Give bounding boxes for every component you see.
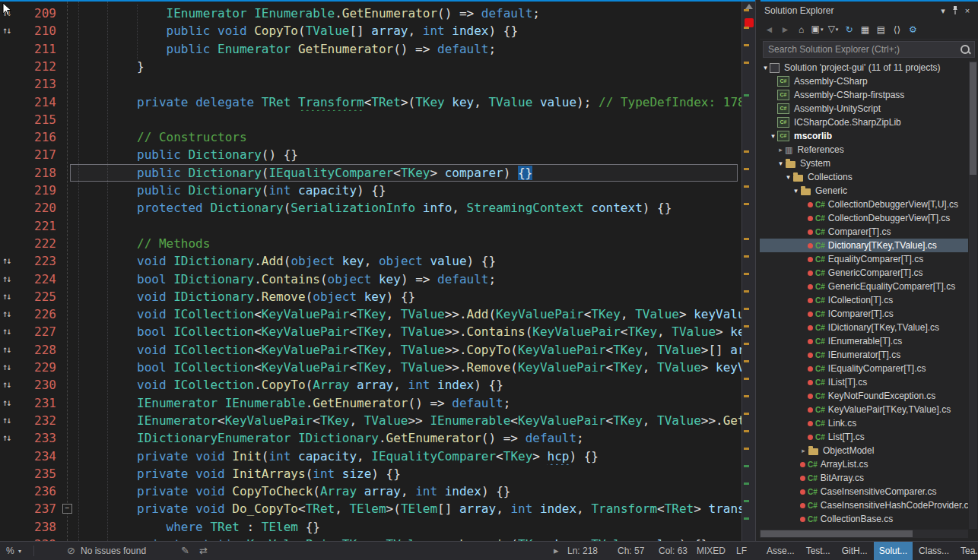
reference-arrows-icon[interactable]: ↑↓ <box>2 323 10 340</box>
code-line[interactable]: 234private void Init(int capacity, IEqua… <box>0 448 741 465</box>
reference-arrows-icon[interactable]: ↑↓ <box>2 288 10 305</box>
tree-item[interactable]: C#Dictionary[TKey,TValue].cs <box>760 239 968 252</box>
pin-icon[interactable] <box>949 6 961 16</box>
tree-item[interactable]: C#ArrayList.cs <box>760 457 968 471</box>
code-line[interactable]: 219public Dictionary(int capacity) {} <box>0 182 741 199</box>
home-icon[interactable]: ⌂ <box>795 24 808 36</box>
tree-item[interactable]: ▸▥References <box>760 143 968 157</box>
reference-arrows-icon[interactable]: ↑↓ <box>2 22 10 40</box>
tree-item[interactable]: ▾Collections <box>760 170 968 184</box>
expander-collapsed-icon[interactable]: ▸ <box>799 447 808 454</box>
tree-item[interactable]: C#IEnumerable[T].cs <box>760 334 968 348</box>
bottom-tab[interactable]: Tea... <box>955 542 978 560</box>
tree-item[interactable]: C#Comparer[T].cs <box>760 225 968 239</box>
tree-item[interactable]: C#Link.cs <box>760 416 968 430</box>
search-input[interactable] <box>763 41 975 58</box>
tree-item[interactable]: C#EqualityComparer[T].cs <box>760 252 968 266</box>
tree-item[interactable]: C#KeyNotFoundException.cs <box>760 389 968 403</box>
reference-arrows-icon[interactable]: ↑↓ <box>2 412 10 429</box>
tree-item[interactable]: C#BitArray.cs <box>760 471 968 485</box>
code-line[interactable]: ↑↓229bool ICollection<KeyValuePair<TKey,… <box>0 359 741 376</box>
bottom-tab[interactable]: Class... <box>913 542 954 560</box>
tree-item[interactable]: ▸ObjectModel <box>760 444 968 457</box>
code-line[interactable]: ↑↓223void IDictionary.Add(object key, ob… <box>0 252 741 270</box>
line-indicator[interactable]: Ln: 218 <box>567 542 598 560</box>
tree-item[interactable]: ▾System <box>760 157 968 170</box>
tree-item[interactable]: ▾C#mscorlib <box>760 129 968 143</box>
code-line[interactable]: 214private delegate TRet Transform<TRet>… <box>0 93 741 111</box>
code-line[interactable]: 218public Dictionary(IEqualityComparer<T… <box>0 164 741 182</box>
tree-item[interactable]: C#CollectionDebuggerView[T].cs <box>760 211 968 225</box>
reference-arrows-icon[interactable]: ↑↓ <box>2 394 10 412</box>
tree-item[interactable]: ▾Solution 'project-gui' (11 of 11 projec… <box>760 61 968 74</box>
back-icon[interactable]: ◄ <box>763 24 776 36</box>
scrollbar-thumb[interactable] <box>970 62 976 175</box>
tree-item[interactable]: C#ICollection[T].cs <box>760 293 968 307</box>
code-editor[interactable]: ↑↓209IEnumerator IEnumerable.GetEnumerat… <box>0 2 741 541</box>
code-line[interactable]: 220protected Dictionary(SerializationInf… <box>0 199 741 217</box>
reference-arrows-icon[interactable]: ↑↓ <box>2 252 10 270</box>
char-indicator[interactable]: Ch: 57 <box>618 542 644 560</box>
bottom-tab[interactable]: Solut... <box>874 542 913 560</box>
expander-expanded-icon[interactable]: ▾ <box>776 160 785 167</box>
expander-expanded-icon[interactable]: ▾ <box>769 132 777 140</box>
column-indicator[interactable]: Col: 63 <box>659 542 687 560</box>
tree-vertical-scrollbar[interactable] <box>969 61 977 529</box>
code-line[interactable]: ↑↓230void ICollection.CopyTo(Array array… <box>0 376 741 394</box>
code-line[interactable]: 238where TRet : TElem {} <box>0 518 741 536</box>
reference-arrows-icon[interactable]: ↑↓ <box>2 341 10 359</box>
tree-item[interactable]: C#Assembly-CSharp-firstpass <box>760 88 968 102</box>
close-icon[interactable]: × <box>961 6 973 15</box>
expander-expanded-icon[interactable]: ▾ <box>761 64 770 71</box>
tree-item[interactable]: C#CaseInsensitiveComparer.cs <box>760 485 968 498</box>
pen-icon[interactable]: ✎ <box>181 542 189 560</box>
tree-item[interactable]: C#IEqualityComparer[T].cs <box>760 362 968 375</box>
code-line[interactable]: ↑↓224bool IDictionary.Contains(object ke… <box>0 271 741 288</box>
code-line[interactable]: 215 <box>0 111 741 128</box>
code-line[interactable]: ↑↓227bool ICollection<KeyValuePair<TKey,… <box>0 323 741 340</box>
issues-status[interactable]: No issues found <box>81 542 146 560</box>
tree-item[interactable]: C#CaseInsensitiveHashCodeProvider.cs <box>760 498 968 512</box>
expander-expanded-icon[interactable]: ▾ <box>784 173 792 181</box>
forward-icon[interactable]: ► <box>779 24 792 36</box>
code-line[interactable]: 236private void CopyToCheck(Array array,… <box>0 482 741 500</box>
bottom-tab[interactable]: Test... <box>801 542 836 560</box>
reference-arrows-icon[interactable]: ↑↓ <box>2 376 10 394</box>
window-menu-icon[interactable]: ▾ <box>937 6 949 16</box>
code-line[interactable]: ↑↓209IEnumerator IEnumerable.GetEnumerat… <box>0 5 741 22</box>
reference-arrows-icon[interactable]: ↑↓ <box>2 429 10 447</box>
refresh-icon[interactable]: ↻ <box>843 24 856 36</box>
split-editor-grip[interactable] <box>745 4 753 9</box>
tree-item[interactable]: C#IList[T].cs <box>760 375 968 389</box>
tree-item[interactable]: C#IEnumerator[T].cs <box>760 348 968 362</box>
compare-icon[interactable]: ⇄ <box>199 542 208 560</box>
filter-icon[interactable]: ▽▾ <box>827 23 840 36</box>
bottom-tab[interactable]: Asse... <box>761 542 800 560</box>
view-code-icon[interactable]: ⟨⟩ <box>891 24 903 36</box>
expander-collapsed-icon[interactable]: ▸ <box>776 146 785 153</box>
reference-arrows-icon[interactable]: ↑↓ <box>2 359 10 376</box>
tree-item[interactable]: C#ICSharpCode.SharpZipLib <box>760 115 968 129</box>
code-line[interactable]: ↑↓226void ICollection<KeyValuePair<TKey,… <box>0 305 741 323</box>
tree-item[interactable]: C#IComparer[T].cs <box>760 307 968 321</box>
tree-item[interactable]: C#Assembly-CSharp <box>760 74 968 88</box>
reference-arrows-icon[interactable]: ↑↓ <box>2 305 10 323</box>
show-all-files-icon[interactable]: ▤ <box>875 24 888 36</box>
switch-views-icon[interactable]: ▣▾ <box>811 23 824 36</box>
zoom-caret-icon[interactable]: ▾ <box>18 542 21 560</box>
zoom-control[interactable]: % <box>6 542 14 560</box>
expander-expanded-icon[interactable]: ▾ <box>792 187 800 195</box>
tree-item[interactable]: C#CollectionDebuggerView[T,U].cs <box>760 198 968 211</box>
properties-icon[interactable]: ⚙ <box>907 24 919 36</box>
tree-horizontal-scrollbar[interactable] <box>760 530 968 538</box>
tree-item[interactable]: C#Assembly-UnityScript <box>760 102 968 115</box>
bottom-tab[interactable]: GitH... <box>837 542 873 560</box>
code-line[interactable]: 222// Methods <box>0 235 741 252</box>
tree-item[interactable]: C#CollectionBase.cs <box>760 512 968 526</box>
code-line[interactable]: ↑↓233IDictionaryEnumerator IDictionary.G… <box>0 429 741 447</box>
code-line[interactable]: ↑↓231IEnumerator IEnumerable.GetEnumerat… <box>0 394 741 412</box>
eol-indicator[interactable]: LF <box>736 542 747 560</box>
editor-scrollbar[interactable] <box>741 2 756 541</box>
code-line[interactable]: 211public Enumerator GetEnumerator() => … <box>0 40 741 58</box>
no-issues-icon[interactable]: ⊘ <box>67 542 75 560</box>
